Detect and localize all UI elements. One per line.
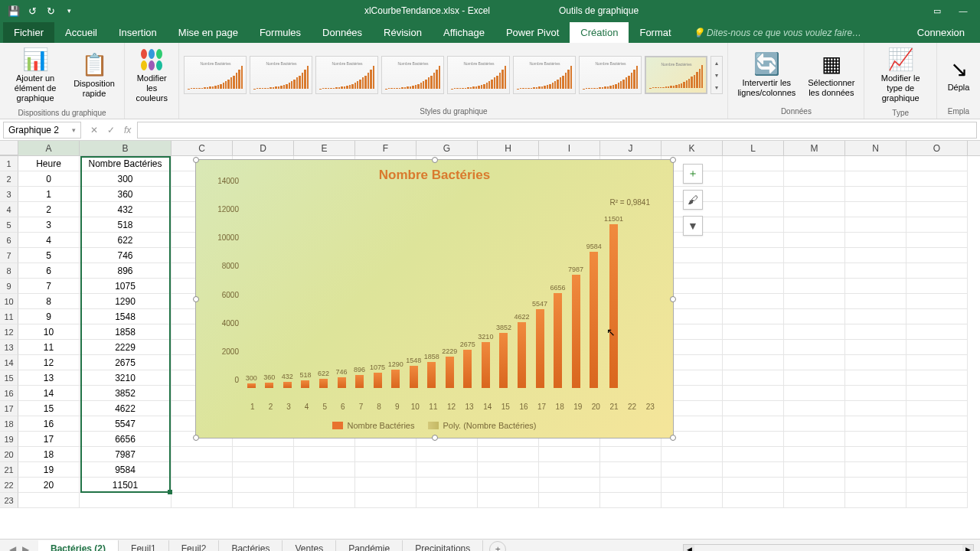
column-header-J[interactable]: J <box>600 141 662 155</box>
cell-B13[interactable]: 2229 <box>80 340 172 355</box>
cell-N19[interactable] <box>845 432 906 447</box>
cell-J23[interactable] <box>600 493 662 508</box>
column-header-C[interactable]: C <box>172 141 233 155</box>
cell-O15[interactable] <box>906 370 968 386</box>
row-header-22[interactable]: 22 <box>0 478 18 493</box>
selection-fill-handle[interactable] <box>168 490 172 494</box>
style-gallery-more-button[interactable]: ▴▾▾ <box>710 56 723 94</box>
row-header-1[interactable]: 1 <box>0 156 18 171</box>
chart-style-thumb-7[interactable]: Nombre Bactéries <box>579 56 642 94</box>
cell-A16[interactable]: 14 <box>18 386 80 401</box>
cell-N17[interactable] <box>845 401 906 416</box>
row-header-17[interactable]: 17 <box>0 401 18 416</box>
column-header-L[interactable]: L <box>723 141 784 155</box>
save-icon[interactable]: 💾 <box>6 3 21 18</box>
cell-N7[interactable] <box>845 248 906 263</box>
cell-L21[interactable] <box>723 462 784 478</box>
column-header-N[interactable]: N <box>845 141 906 155</box>
cell-C20[interactable] <box>172 447 233 462</box>
row-header-13[interactable]: 13 <box>0 340 18 355</box>
cell-C21[interactable] <box>172 462 233 478</box>
cell-M21[interactable] <box>784 462 845 478</box>
cell-L5[interactable] <box>723 217 784 233</box>
new-sheet-button[interactable]: + <box>489 541 506 552</box>
cell-O8[interactable] <box>906 263 968 279</box>
bar-9[interactable] <box>391 370 400 388</box>
cell-N3[interactable] <box>845 187 906 202</box>
cell-O20[interactable] <box>906 447 968 462</box>
cell-A22[interactable]: 20 <box>18 478 80 493</box>
chart-object[interactable]: Nombre Bactéries R² = 0,9841 02000400060… <box>195 159 674 439</box>
sheet-tab-feuil2[interactable]: Feuil2 <box>169 540 220 552</box>
cell-B5[interactable]: 518 <box>80 217 172 233</box>
cell-M8[interactable] <box>784 263 845 279</box>
cell-K20[interactable] <box>662 447 723 462</box>
cancel-formula-icon[interactable]: ✕ <box>90 125 98 135</box>
cell-B11[interactable]: 1548 <box>80 309 172 324</box>
bar-16[interactable] <box>518 322 526 388</box>
cell-O13[interactable] <box>906 340 968 355</box>
cell-M9[interactable] <box>784 279 845 294</box>
cell-N12[interactable] <box>845 324 906 340</box>
cell-B21[interactable]: 9584 <box>80 462 172 478</box>
cell-B7[interactable]: 746 <box>80 248 172 263</box>
bar-8[interactable] <box>374 373 382 388</box>
cell-M19[interactable] <box>784 432 845 447</box>
chart-style-thumb-8[interactable]: Nombre Bactéries <box>645 56 707 94</box>
cell-K23[interactable] <box>662 493 723 508</box>
cell-O19[interactable] <box>906 432 968 447</box>
bar-3[interactable] <box>283 382 292 388</box>
next-sheet-icon[interactable]: ▶ <box>22 544 29 552</box>
cell-A9[interactable]: 7 <box>18 279 80 294</box>
sheet-tab-precipitations[interactable]: Precipitations <box>403 540 483 552</box>
cell-B16[interactable]: 3852 <box>80 386 172 401</box>
cell-L18[interactable] <box>723 416 784 432</box>
cell-M16[interactable] <box>784 386 845 401</box>
cell-E22[interactable] <box>294 478 355 493</box>
cell-M7[interactable] <box>784 248 845 263</box>
qat-dropdown-icon[interactable]: ▾ <box>61 3 77 18</box>
row-header-7[interactable]: 7 <box>0 248 18 263</box>
cell-O6[interactable] <box>906 233 968 248</box>
cell-J22[interactable] <box>600 478 662 493</box>
cell-L4[interactable] <box>723 202 784 217</box>
tab-formules[interactable]: Formules <box>249 22 312 43</box>
cell-H20[interactable] <box>478 447 539 462</box>
row-header-12[interactable]: 12 <box>0 324 18 340</box>
chart-style-thumb-2[interactable]: Nombre Bactéries <box>250 56 312 94</box>
cell-I23[interactable] <box>539 493 600 508</box>
cell-L17[interactable] <box>723 401 784 416</box>
cell-A17[interactable]: 15 <box>18 401 80 416</box>
cell-M4[interactable] <box>784 202 845 217</box>
cell-G20[interactable] <box>416 447 478 462</box>
bar-2[interactable] <box>265 383 273 388</box>
cell-O23[interactable] <box>906 493 968 508</box>
row-header-16[interactable]: 16 <box>0 386 18 401</box>
tab-création[interactable]: Création <box>570 22 629 43</box>
cell-B1[interactable]: Nombre Bactéries <box>80 156 172 171</box>
cell-O1[interactable] <box>906 156 968 171</box>
cell-O10[interactable] <box>906 294 968 309</box>
cell-O3[interactable] <box>906 187 968 202</box>
sheet-tab-feuil1[interactable]: Feuil1 <box>119 540 169 552</box>
tab-power-pivot[interactable]: Power Pivot <box>495 22 570 43</box>
cell-G21[interactable] <box>416 462 478 478</box>
column-header-O[interactable]: O <box>906 141 968 155</box>
move-chart-button[interactable]: ↘ Dépla <box>942 54 975 96</box>
cell-B10[interactable]: 1290 <box>80 294 172 309</box>
minimize-icon[interactable]: — <box>954 4 972 18</box>
cell-M20[interactable] <box>784 447 845 462</box>
cell-L1[interactable] <box>723 156 784 171</box>
cell-A11[interactable]: 9 <box>18 309 80 324</box>
row-header-18[interactable]: 18 <box>0 416 18 432</box>
cell-M10[interactable] <box>784 294 845 309</box>
sheet-tab-bact-ries-2-[interactable]: Bactéries (2) <box>38 540 119 552</box>
cell-H22[interactable] <box>478 478 539 493</box>
cell-M22[interactable] <box>784 478 845 493</box>
row-header-2[interactable]: 2 <box>0 171 18 187</box>
chart-style-thumb-4[interactable]: Nombre Bactéries <box>381 56 444 94</box>
chart-title[interactable]: Nombre Bactéries <box>196 160 673 183</box>
column-header-M[interactable]: M <box>784 141 845 155</box>
cell-O9[interactable] <box>906 279 968 294</box>
cell-O22[interactable] <box>906 478 968 493</box>
